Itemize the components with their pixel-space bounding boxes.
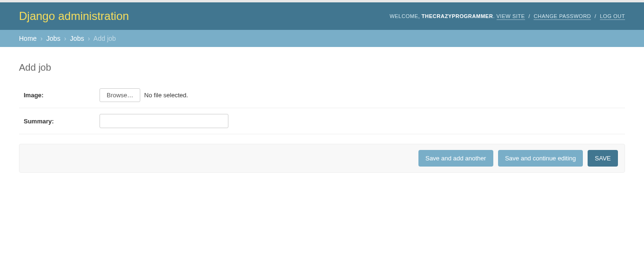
- site-title-link[interactable]: Django administration: [19, 9, 129, 22]
- username: THECRAZYPROGRAMMER: [422, 13, 493, 19]
- breadcrumb-home[interactable]: Home: [19, 35, 36, 42]
- image-label: Image:: [24, 92, 100, 99]
- breadcrumb-separator: ›: [40, 35, 43, 42]
- breadcrumb-app[interactable]: Jobs: [46, 35, 61, 42]
- save-add-another-button[interactable]: Save and add another: [418, 150, 493, 167]
- browse-button[interactable]: Browse…: [100, 88, 140, 102]
- content: Add job Image: Browse… No file selected.…: [0, 47, 644, 182]
- dot: .: [493, 13, 495, 19]
- form-fieldset: Image: Browse… No file selected. Summary…: [19, 83, 625, 134]
- summary-label: Summary:: [24, 118, 100, 125]
- save-button[interactable]: SAVE: [588, 150, 618, 167]
- form-row-image: Image: Browse… No file selected.: [19, 83, 625, 108]
- logout-link[interactable]: LOG OUT: [600, 13, 625, 20]
- separator: /: [528, 13, 530, 19]
- breadcrumb-model[interactable]: Jobs: [70, 35, 84, 42]
- summary-input[interactable]: [100, 114, 228, 128]
- submit-row: Save and add another Save and continue e…: [19, 144, 625, 173]
- separator: /: [595, 13, 597, 19]
- file-status-text: No file selected.: [144, 92, 188, 99]
- admin-header: Django administration WELCOME, THECRAZYP…: [0, 2, 644, 30]
- breadcrumb-current: Add job: [93, 35, 116, 42]
- breadcrumb-separator: ›: [64, 35, 66, 42]
- welcome-text: WELCOME,: [390, 13, 420, 19]
- add-job-form: Image: Browse… No file selected. Summary…: [19, 83, 625, 173]
- form-row-summary: Summary:: [19, 108, 625, 134]
- site-title: Django administration: [19, 9, 129, 23]
- change-password-link[interactable]: CHANGE PASSWORD: [534, 13, 591, 20]
- breadcrumb: Home › Jobs › Jobs › Add job: [0, 30, 644, 47]
- view-site-link[interactable]: VIEW SITE: [497, 13, 525, 20]
- file-input-wrap: Browse… No file selected.: [100, 88, 188, 102]
- save-continue-button[interactable]: Save and continue editing: [498, 150, 583, 167]
- user-tools: WELCOME, THECRAZYPROGRAMMER. VIEW SITE /…: [390, 13, 625, 19]
- branding: Django administration: [19, 9, 129, 23]
- breadcrumb-separator: ›: [88, 35, 90, 42]
- page-title: Add job: [19, 62, 625, 73]
